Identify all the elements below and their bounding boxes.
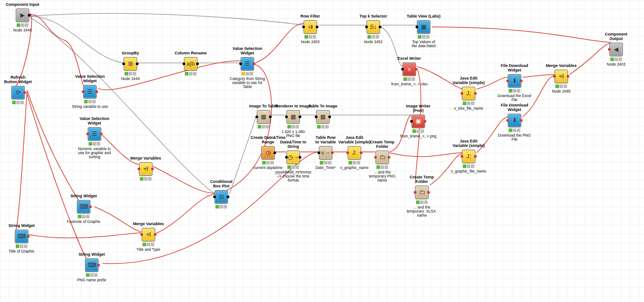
node-create-temp-folder-1[interactable]: Create Temp Folder 🗀 ... and the tempora… — [364, 140, 400, 183]
node-title: Refresh Button Widget — [0, 76, 36, 84]
node-string-widget-footnote[interactable]: String Widget ⌨ Footnote of Graphic — [66, 194, 102, 224]
folder-icon: 🗀 — [376, 151, 389, 164]
plot-icon: ⊟ — [215, 190, 228, 204]
status-indicator — [287, 165, 299, 169]
java-icon: J; — [462, 150, 475, 163]
image-icon: ▦ — [257, 110, 270, 124]
node-image-writer[interactable]: Image Writer (Port) ▣ from_knime_<..>.pn… — [400, 104, 436, 138]
node-value-selection-1[interactable]: Value Selection Widget ☰ String variable… — [72, 75, 108, 109]
node-merge-variables-title-type[interactable]: Merge Variables ⩤ Title and Type — [130, 222, 166, 252]
node-title: Top k Selector — [355, 14, 391, 19]
node-subtitle: Node 2485 — [543, 89, 579, 93]
merge-icon: ⩤ — [142, 228, 155, 241]
node-string-widget-png-prefix[interactable]: String Widget ⌨ PNG name prefix — [74, 253, 110, 282]
node-subtitle: v_graphic_file_name — [451, 169, 487, 173]
status-indicator — [376, 165, 388, 169]
merge-icon: ⩤ — [555, 70, 568, 83]
status-indicator — [185, 72, 197, 76]
node-title: Create Temp Folder — [404, 175, 440, 184]
node-table-to-image[interactable]: Table To Image ▦ — [305, 104, 341, 130]
node-row-filter[interactable]: Row Filter ⇉ Node 2453 — [292, 14, 328, 44]
node-title: Create Temp Folder — [364, 140, 400, 149]
status-indicator — [555, 84, 567, 88]
node-subtitle: PNG name prefix — [74, 278, 110, 282]
node-create-temp-folder-2[interactable]: Create Temp Folder 🗀 ... and the tempora… — [404, 175, 440, 218]
node-excel-writer[interactable]: Excel Writer x from_knime_<..>.xlsx — [391, 57, 427, 86]
node-value-selection-main[interactable]: Value Selection Widget ☰ Category from S… — [229, 47, 265, 89]
widget-icon: ⌨ — [15, 230, 28, 243]
node-title: Merge Variables — [130, 222, 166, 226]
node-title: GroupBy — [112, 51, 148, 56]
node-value-selection-2[interactable]: Value Selection Widget ☰ Numeric variabl… — [76, 117, 112, 160]
status-indicator — [258, 125, 269, 129]
node-title: Excel Writer — [391, 57, 427, 61]
component-input-icon: ▶ — [16, 9, 29, 22]
node-subtitle: Category from String variable to use for… — [229, 77, 265, 89]
status-indicator — [89, 142, 100, 146]
node-string-widget-title[interactable]: String Widget ⌨ Title of Graphic — [4, 224, 40, 253]
node-java-edit-xlsx[interactable]: Java Edit Variable (simple) J; v_xlsx_fi… — [451, 76, 487, 111]
status-indicator — [140, 177, 152, 181]
node-top-k[interactable]: Top k Selector S↕ Node 2452 — [355, 14, 391, 44]
manipulation-icon: a|b — [184, 57, 197, 71]
node-title: Component Input — [4, 3, 40, 7]
image-icon: ▦ — [286, 110, 300, 124]
status-indicator — [84, 100, 96, 103]
node-subtitle: Numeric variable to use for graphic and … — [76, 147, 112, 160]
status-indicator — [416, 200, 428, 204]
node-file-download-excel[interactable]: File Download Widget ⬇ Download the Exce… — [496, 64, 532, 102]
node-title: String Widget — [74, 253, 110, 257]
widget-icon: ⌨ — [85, 258, 98, 272]
node-component-output[interactable]: Component Output ◀ Node 2403 — [598, 32, 634, 67]
node-conditional-box-plot[interactable]: Conditional Box Plot ⊟ — [203, 180, 239, 210]
status-indicator — [403, 77, 415, 81]
status-indicator — [367, 35, 379, 39]
node-datetime-to-string[interactable]: Date&Time to String ◷→ yyyyMMdd_HHmmss =… — [275, 140, 311, 183]
status-indicator — [78, 215, 89, 218]
writer-icon: ▣ — [411, 115, 425, 128]
manipulation-icon: ⇉ — [304, 20, 317, 34]
status-indicator — [86, 273, 98, 277]
node-title: Value Selection Widget — [72, 75, 108, 84]
node-file-download-png[interactable]: File Download Widget ⬇ Download the PNG … — [496, 103, 532, 142]
widget-icon: ⟳ — [11, 86, 25, 99]
node-title: Table To Image — [305, 104, 341, 109]
node-subtitle: Title of Graphic — [4, 249, 40, 253]
status-indicator — [17, 23, 28, 27]
node-subtitle: String variable to use — [72, 105, 108, 109]
status-indicator — [125, 72, 136, 76]
node-subtitle: Node 2403 — [598, 62, 634, 67]
workflow-canvas[interactable]: Component Input ▶ Node 2448 Refresh Butt… — [0, 0, 644, 302]
node-table-view[interactable]: Table View (Labs) ▦ Top Values of the da… — [406, 14, 442, 49]
node-subtitle: Download the PNG File — [496, 133, 532, 142]
node-title: Image Writer (Port) — [400, 104, 436, 113]
image-icon: ▦ — [316, 110, 330, 124]
status-indicator — [242, 72, 253, 76]
status-indicator — [16, 244, 27, 248]
node-refresh-button[interactable]: Refresh Button Widget ⟳ — [0, 76, 36, 106]
status-indicator — [12, 101, 24, 104]
node-subtitle: Node 2448 — [4, 28, 40, 32]
download-icon: ⬇ — [508, 114, 521, 127]
node-java-edit-png[interactable]: Java Edit Variable (simple) J; v_graphic… — [451, 139, 487, 173]
node-subtitle: Top Values of the data listed — [406, 40, 442, 49]
node-column-rename[interactable]: Column Rename a|b — [173, 51, 209, 77]
node-title: Column Rename — [173, 51, 209, 56]
status-indicator — [287, 125, 299, 129]
node-merge-variables-left[interactable]: Merge Variables ⩤ — [128, 156, 164, 182]
node-subtitle: Node 2453 — [292, 40, 328, 44]
node-merge-variables-right[interactable]: Merge Variables ⩤ Node 2485 — [543, 64, 579, 93]
node-title: String Widget — [66, 194, 102, 199]
download-icon: ⬇ — [508, 74, 521, 88]
java-icon: J; — [348, 146, 361, 160]
widget-icon: ⌨ — [77, 200, 90, 213]
status-indicator — [349, 161, 360, 164]
java-icon: J; — [462, 87, 475, 100]
writer-icon: x — [402, 62, 416, 76]
node-component-input[interactable]: Component Input ▶ Node 2448 — [4, 3, 40, 32]
widget-icon: ☰ — [88, 127, 101, 141]
status-indicator — [304, 35, 316, 39]
node-subtitle: ... and the temporary .XLSX. name — [404, 205, 440, 218]
node-title: Java Edit Variable (simple) — [451, 139, 487, 148]
node-groupby[interactable]: GroupBy ⊞ Node 2449 — [112, 51, 148, 81]
